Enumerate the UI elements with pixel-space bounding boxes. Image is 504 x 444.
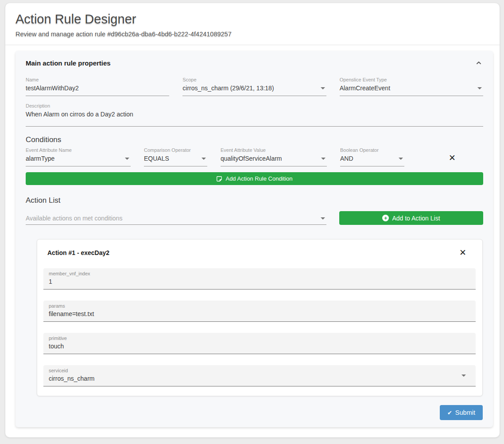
page-header: Action Rule Designer Review and manage a…: [5, 3, 500, 45]
plus-circle-icon: +: [382, 215, 389, 221]
submit-button-label: Submit: [455, 409, 475, 416]
comparison-operator-label: Comparison Operator: [144, 147, 207, 153]
main-fields-row: Name testAlarmWithDay2 Scope cirros_ns_c…: [26, 77, 483, 96]
member-vnf-index-value: 1: [49, 278, 52, 285]
dropdown-arrow-icon: [399, 158, 403, 160]
event-attribute-name-value: alarmType: [26, 155, 54, 162]
scope-select[interactable]: Scope cirros_ns_charm (29/6/21, 13:18): [182, 77, 326, 96]
add-to-action-list-button[interactable]: + Add to Action List: [339, 211, 483, 225]
available-actions-placeholder: Available actions on met conditions: [26, 215, 122, 222]
description-value: When Alarm on cirros do a Day2 action: [26, 111, 133, 118]
event-type-value: AlarmCreateEvent: [340, 85, 390, 92]
event-type-label: Openslice Event Type: [340, 77, 483, 82]
name-value: testAlarmWithDay2: [26, 85, 79, 92]
primitive-value: touch: [49, 343, 64, 350]
description-label: Description: [26, 103, 483, 108]
event-attribute-name-label: Event Attribute Name: [26, 147, 131, 153]
name-field[interactable]: Name testAlarmWithDay2: [26, 77, 169, 96]
event-attribute-value-label: Event Attribute Value: [221, 147, 327, 153]
submit-row: ✔ Submit: [26, 405, 483, 420]
event-attribute-value-value: qualityOfServiceAlarm: [221, 155, 282, 162]
main-properties-panel: Main action rule properties Name testAla…: [16, 51, 493, 427]
comparison-operator-select[interactable]: Comparison Operator EQUALS: [144, 147, 207, 166]
action-card-header: Action #1 - execDay2 ✕: [43, 248, 476, 257]
params-label: params: [49, 303, 470, 309]
member-vnf-index-field[interactable]: member_vnf_index 1: [43, 268, 476, 290]
add-to-action-list-label: Add to Action List: [392, 215, 440, 222]
dropdown-arrow-icon: [321, 158, 326, 160]
comparison-operator-value: EQUALS: [144, 155, 169, 162]
dropdown-arrow-icon: [321, 217, 325, 220]
chevron-up-icon[interactable]: [474, 58, 483, 67]
action-list-heading: Action List: [26, 196, 483, 205]
event-attribute-name-select[interactable]: Event Attribute Name alarmType: [26, 147, 131, 166]
serviceid-value: cirros_ns_charm: [49, 375, 94, 382]
panel-header: Main action rule properties: [26, 58, 483, 67]
serviceid-label: serviceid: [49, 368, 470, 373]
primitive-label: primitive: [49, 336, 470, 341]
boolean-operator-select[interactable]: Boolean Operator AND: [340, 147, 404, 166]
serviceid-select[interactable]: serviceid cirros_ns_charm: [43, 365, 476, 386]
member-vnf-index-label: member_vnf_index: [49, 271, 470, 276]
note-icon: [216, 176, 222, 182]
dropdown-arrow-icon: [321, 87, 325, 89]
remove-action-icon[interactable]: ✕: [459, 248, 466, 257]
page-title: Action Rule Designer: [16, 12, 489, 27]
name-label: Name: [26, 77, 169, 82]
conditions-heading: Conditions: [26, 135, 483, 144]
content-card: Action Rule Designer Review and manage a…: [5, 3, 500, 437]
add-condition-button-label: Add Action Rule Condition: [225, 175, 292, 182]
description-field[interactable]: Description When Alarm on cirros do a Da…: [26, 103, 483, 127]
condition-row: Event Attribute Name alarmType Compariso…: [26, 147, 483, 166]
remove-condition-icon[interactable]: ✕: [449, 154, 456, 162]
scope-label: Scope: [182, 77, 326, 82]
action-select-row: Available actions on met conditions + Ad…: [26, 211, 483, 225]
scope-value: cirros_ns_charm (29/6/21, 13:18): [182, 85, 274, 92]
action-card-title: Action #1 - execDay2: [47, 249, 109, 256]
event-attribute-value-select[interactable]: Event Attribute Value qualityOfServiceAl…: [221, 147, 327, 166]
primitive-field[interactable]: primitive touch: [43, 333, 476, 354]
boolean-operator-label: Boolean Operator: [340, 147, 404, 153]
params-field[interactable]: params filename=test.txt: [43, 301, 476, 322]
dropdown-arrow-icon: [477, 87, 482, 89]
boolean-operator-value: AND: [340, 155, 353, 162]
submit-button[interactable]: ✔ Submit: [440, 405, 483, 420]
check-icon: ✔: [447, 409, 452, 416]
panel-title: Main action rule properties: [26, 59, 111, 67]
available-actions-select[interactable]: Available actions on met conditions: [26, 211, 326, 225]
params-value: filename=test.txt: [49, 310, 94, 317]
event-type-select[interactable]: Openslice Event Type AlarmCreateEvent: [340, 77, 483, 96]
action-card: Action #1 - execDay2 ✕ member_vnf_index …: [37, 239, 483, 396]
dropdown-arrow-icon: [461, 375, 466, 377]
dropdown-arrow-icon: [202, 158, 206, 160]
dropdown-arrow-icon: [125, 158, 129, 160]
add-condition-button[interactable]: Add Action Rule Condition: [26, 172, 483, 185]
page-subtitle: Review and manage action rule #d96cb26a-…: [16, 31, 489, 38]
